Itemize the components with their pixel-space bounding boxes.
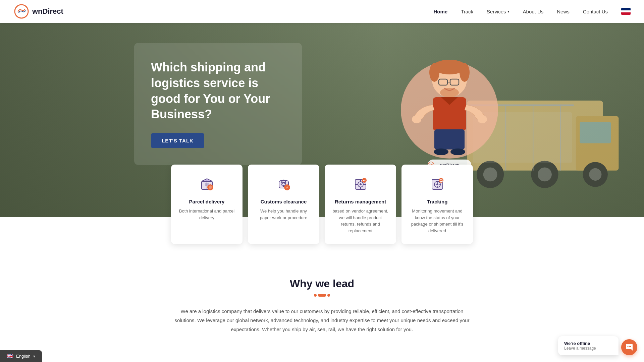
why-title: Why we lead <box>13 278 631 290</box>
nav-about[interactable]: About Us <box>523 9 544 14</box>
tracking-icon <box>428 175 447 193</box>
dot-accent <box>318 294 326 297</box>
hero-card: Which shipping and logistics service is … <box>134 43 302 165</box>
nav-home[interactable]: Home <box>433 9 447 14</box>
service-card-tracking[interactable]: Tracking Monitoring movement and know th… <box>401 165 473 244</box>
logo[interactable]: wnDirect <box>13 3 63 19</box>
svg-point-19 <box>460 63 470 82</box>
svg-point-26 <box>478 115 487 123</box>
why-section: Why we lead We are a logistics company t… <box>0 257 644 347</box>
customs-desc: We help you handle any paper work or pro… <box>255 208 313 221</box>
chat-bubble-title: We're offline <box>564 341 612 346</box>
nav-links: Home Track Services ▾ About Us News Cont… <box>433 8 631 15</box>
svg-rect-3 <box>580 122 611 143</box>
svg-point-23 <box>440 88 459 97</box>
svg-point-25 <box>412 115 421 123</box>
chat-open-button[interactable] <box>621 339 637 347</box>
svg-point-7 <box>538 168 552 182</box>
logo-icon <box>13 3 30 19</box>
mascot-svg: wnDirect <box>396 43 503 177</box>
svg-text:↩: ↩ <box>363 179 366 182</box>
parcel-icon <box>198 175 216 193</box>
svg-point-58 <box>436 183 438 185</box>
parcel-title: Parcel delivery <box>178 199 236 204</box>
nav-services[interactable]: Services ▾ <box>487 9 509 14</box>
hero-title: Which shipping and logistics service is … <box>151 60 285 122</box>
svg-point-9 <box>589 168 601 181</box>
parcel-desc: Both international and parcel delivery <box>178 208 236 221</box>
returns-desc: based on vendor agreement, we will handl… <box>331 208 389 234</box>
svg-text:✓: ✓ <box>286 186 288 189</box>
returns-icon: ↩ <box>351 175 370 193</box>
svg-point-29 <box>450 148 465 155</box>
service-card-customs[interactable]: ✓ Customs clearance We help you handle a… <box>248 165 319 244</box>
dot-2 <box>327 294 330 297</box>
returns-title: Returns management <box>331 199 389 204</box>
services-row: Parcel delivery Both international and p… <box>171 165 473 244</box>
svg-point-28 <box>434 148 448 155</box>
nav-contact[interactable]: Contact Us <box>583 9 608 14</box>
svg-point-18 <box>429 63 439 82</box>
svg-point-45 <box>360 183 362 185</box>
svg-point-63 <box>629 346 630 347</box>
why-body-text: We are a logistics company that delivers… <box>171 307 473 334</box>
mascot-illustration: wnDirect <box>396 43 510 170</box>
lets-talk-button[interactable]: LET'S TALK <box>151 133 204 148</box>
chat-widget: We're offline Leave a message <box>558 336 637 347</box>
chevron-down-icon: ▾ <box>507 9 509 14</box>
why-dots-decoration <box>13 294 631 297</box>
svg-rect-27 <box>434 129 465 149</box>
nav-track[interactable]: Track <box>461 9 473 14</box>
tracking-title: Tracking <box>408 199 466 204</box>
svg-point-62 <box>628 346 629 347</box>
chat-icon <box>625 343 633 347</box>
navbar: wnDirect Home Track Services ▾ About Us … <box>0 0 644 23</box>
chat-bubble[interactable]: We're offline Leave a message <box>558 336 619 347</box>
nav-news[interactable]: News <box>557 9 570 14</box>
svg-point-64 <box>630 346 631 347</box>
customs-icon: ✓ <box>274 175 293 193</box>
dot-1 <box>314 294 317 297</box>
language-flag[interactable] <box>621 8 631 15</box>
hero-section: Which shipping and logistics service is … <box>0 23 644 217</box>
chat-bubble-subtitle: Leave a message <box>564 346 612 347</box>
logo-text: wnDirect <box>32 7 63 16</box>
tracking-desc: Monitoring movement and know the status … <box>408 208 466 234</box>
service-card-parcel[interactable]: Parcel delivery Both international and p… <box>171 165 243 244</box>
service-card-returns[interactable]: ↩ Returns management based on vendor agr… <box>325 165 396 244</box>
customs-title: Customs clearance <box>255 199 313 204</box>
